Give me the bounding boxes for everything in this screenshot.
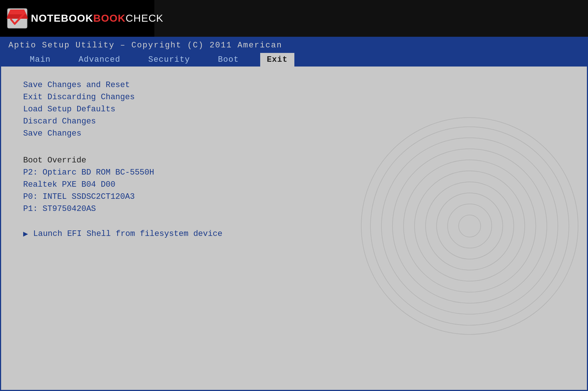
bios-title-bar: Aptio Setup Utility – Copyright (C) 2011… (1, 38, 587, 53)
launch-efi-item[interactable]: ▶ Launch EFI Shell from filesystem devic… (23, 229, 565, 239)
save-changes-item[interactable]: Save Changes (23, 129, 565, 138)
p1-st-item[interactable]: P1: ST9750420AS (23, 204, 565, 214)
spacer-1 (23, 141, 565, 147)
logo-text: NOTEBOOKBOOKCHECK (31, 12, 164, 24)
logo: NOTEBOOKBOOKCHECK (7, 8, 164, 29)
tab-advanced[interactable]: Advanced (72, 53, 127, 67)
boot-override-header: Boot Override (23, 156, 565, 165)
realtek-pxe-item[interactable]: Realtek PXE B04 D00 (23, 180, 565, 189)
svg-point-8 (404, 160, 536, 292)
p2-optiarc-item[interactable]: P2: Optiarc BD ROM BC-5550H (23, 168, 565, 177)
bios-nav-bar: Main Advanced Security Boot Exit (1, 53, 587, 67)
spacer-2 (23, 216, 565, 222)
logo-bar: NOTEBOOKBOOKCHECK (0, 0, 154, 37)
svg-point-12 (361, 118, 578, 334)
notebookcheck-icon (7, 8, 28, 29)
exit-discard-item[interactable]: Exit Discarding Changes (23, 93, 565, 102)
bios-title: Aptio Setup Utility – Copyright (C) 2011… (8, 41, 282, 50)
discard-changes-item[interactable]: Discard Changes (23, 117, 565, 126)
load-defaults-item[interactable]: Load Setup Defaults (23, 105, 565, 114)
tab-boot[interactable]: Boot (211, 53, 245, 67)
launch-efi-label: Launch EFI Shell from filesystem device (33, 229, 222, 238)
tab-exit[interactable]: Exit (260, 53, 294, 67)
save-changes-reset-item[interactable]: Save Changes and Reset (23, 80, 565, 90)
tab-security[interactable]: Security (141, 53, 197, 67)
svg-point-5 (437, 193, 503, 259)
bios-watermark (359, 116, 580, 336)
p0-intel-item[interactable]: P0: INTEL SSDSC2CT120A3 (23, 192, 565, 201)
bios-screen: Aptio Setup Utility – Copyright (C) 2011… (0, 37, 588, 391)
bios-content: Save Changes and Reset Exit Discarding C… (1, 67, 587, 385)
svg-marker-2 (7, 14, 28, 19)
tab-main[interactable]: Main (23, 53, 57, 67)
arrow-right-icon: ▶ (23, 229, 28, 239)
